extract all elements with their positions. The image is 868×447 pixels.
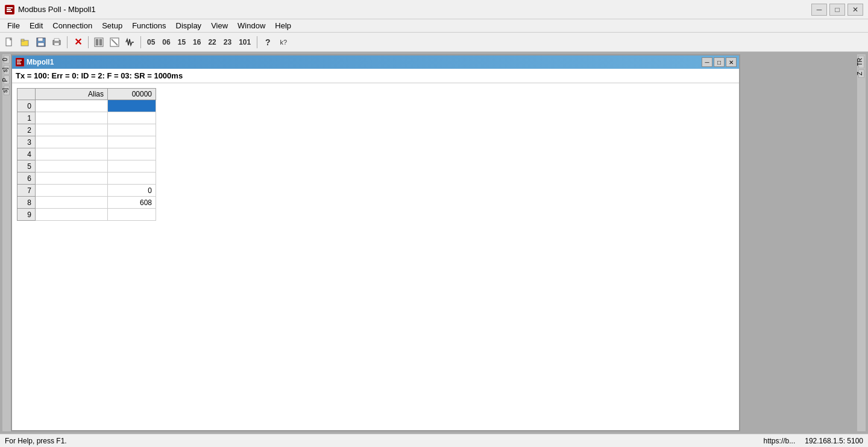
status-connection: 192.168.1.5: 5100 bbox=[805, 437, 863, 445]
value-cell-3[interactable] bbox=[108, 136, 156, 148]
side-tab-s[interactable]: s] bbox=[4, 65, 10, 75]
status-bar: For Help, press F1. https://b... 192.168… bbox=[0, 434, 868, 447]
menu-connection[interactable]: Connection bbox=[48, 19, 97, 32]
value-cell-5[interactable] bbox=[108, 160, 156, 173]
menu-view[interactable]: View bbox=[206, 19, 233, 32]
help-button[interactable]: ? bbox=[260, 35, 275, 49]
right-tabs: TR Z bbox=[857, 54, 866, 431]
mdi-close[interactable]: ✕ bbox=[726, 57, 737, 67]
col-header-rownum bbox=[17, 89, 36, 100]
mdi-minimize[interactable]: ─ bbox=[702, 57, 712, 67]
svg-rect-15 bbox=[99, 39, 102, 45]
svg-rect-9 bbox=[38, 43, 44, 46]
menu-window[interactable]: Window bbox=[233, 19, 270, 32]
value-cell-7[interactable]: 0 bbox=[108, 185, 156, 197]
alias-cell-3 bbox=[36, 136, 108, 148]
toolbar: ✕ 05 06 15 16 22 23 101 ? k? bbox=[0, 33, 868, 52]
row-num-4: 4 bbox=[17, 148, 36, 160]
value-cell-2[interactable] bbox=[108, 124, 156, 136]
delete-button[interactable]: ✕ bbox=[71, 35, 85, 49]
help-alt-button[interactable]: k? bbox=[276, 35, 291, 49]
svg-rect-19 bbox=[17, 60, 22, 61]
alias-cell-7 bbox=[36, 185, 108, 197]
svg-rect-6 bbox=[21, 39, 24, 41]
alias-cell-2 bbox=[36, 124, 108, 136]
alias-cell-5 bbox=[36, 160, 108, 173]
menu-file[interactable]: File bbox=[2, 19, 25, 32]
menu-edit[interactable]: Edit bbox=[25, 19, 48, 32]
side-tab-0[interactable]: 0 bbox=[4, 55, 10, 64]
right-area bbox=[740, 54, 857, 431]
main-content: 0 s] P s] Mbpoll1 ─ □ bbox=[0, 52, 868, 434]
row-num-8: 8 bbox=[17, 197, 36, 209]
separator-3 bbox=[140, 36, 141, 48]
title-bar: Modbus Poll - Mbpoll1 ─ □ ✕ bbox=[0, 0, 868, 19]
mdi-title: Mbpoll1 bbox=[27, 58, 54, 66]
mdi-icon bbox=[16, 58, 24, 66]
row-num-6: 6 bbox=[17, 173, 36, 185]
connect-button[interactable] bbox=[92, 35, 106, 49]
mdi-window: Mbpoll1 ─ □ ✕ Tx = 100: Err = 0: ID = 2:… bbox=[11, 54, 740, 431]
svg-rect-14 bbox=[96, 39, 98, 45]
func-15[interactable]: 15 bbox=[175, 35, 189, 49]
value-cell-8[interactable]: 608 bbox=[108, 197, 156, 209]
close-button[interactable]: ✕ bbox=[848, 4, 863, 16]
menu-display[interactable]: Display bbox=[171, 19, 207, 32]
value-cell-6[interactable] bbox=[108, 173, 156, 185]
save-button[interactable] bbox=[34, 35, 48, 49]
svg-rect-20 bbox=[17, 62, 20, 63]
svg-rect-1 bbox=[7, 7, 13, 8]
disconnect-button[interactable] bbox=[107, 35, 122, 49]
status-url: https://b... bbox=[764, 437, 796, 445]
mdi-status-text: Tx = 100: Err = 0: ID = 2: F = 03: SR = … bbox=[12, 69, 739, 83]
value-cell-1[interactable] bbox=[108, 112, 156, 124]
mdi-title-bar: Mbpoll1 ─ □ ✕ bbox=[12, 55, 739, 69]
alias-cell-9 bbox=[36, 209, 108, 221]
row-num-3: 3 bbox=[17, 136, 36, 148]
separator-4 bbox=[257, 36, 257, 48]
svg-rect-3 bbox=[7, 11, 12, 12]
side-tab-p[interactable]: P bbox=[4, 75, 10, 84]
table-container[interactable]: Alias 00000 01234567086089 bbox=[12, 83, 739, 430]
row-num-2: 2 bbox=[17, 124, 36, 136]
row-num-0: 0 bbox=[17, 100, 36, 112]
svg-rect-2 bbox=[7, 9, 11, 10]
func-05[interactable]: 05 bbox=[144, 35, 158, 49]
value-cell-0[interactable] bbox=[108, 100, 156, 112]
func-101[interactable]: 101 bbox=[236, 35, 254, 49]
menu-help[interactable]: Help bbox=[270, 19, 296, 32]
right-tab-z[interactable]: Z bbox=[858, 69, 864, 78]
data-table: Alias 00000 01234567086089 bbox=[17, 88, 156, 221]
maximize-button[interactable]: □ bbox=[829, 4, 845, 16]
value-cell-4[interactable] bbox=[108, 148, 156, 160]
value-cell-9[interactable] bbox=[108, 209, 156, 221]
func-23[interactable]: 23 bbox=[221, 35, 234, 49]
svg-rect-21 bbox=[17, 63, 21, 65]
side-tab-s2[interactable]: s] bbox=[4, 86, 10, 95]
alias-cell-0 bbox=[36, 100, 108, 112]
separator-2 bbox=[88, 36, 89, 48]
print-button[interactable] bbox=[49, 35, 64, 49]
row-num-9: 9 bbox=[17, 209, 36, 221]
alias-cell-1 bbox=[36, 112, 108, 124]
window-controls: ─ □ ✕ bbox=[811, 4, 863, 16]
separator-1 bbox=[67, 36, 68, 48]
svg-rect-12 bbox=[54, 43, 59, 45]
minimize-button[interactable]: ─ bbox=[811, 4, 827, 16]
menu-setup[interactable]: Setup bbox=[97, 19, 127, 32]
mdi-maximize[interactable]: □ bbox=[714, 57, 725, 67]
func-06[interactable]: 06 bbox=[159, 35, 173, 49]
svg-rect-8 bbox=[38, 38, 43, 41]
menu-bar: File Edit Connection Setup Functions Dis… bbox=[0, 19, 868, 33]
poll-button[interactable] bbox=[123, 35, 137, 49]
col-header-value: 00000 bbox=[108, 89, 156, 100]
mdi-controls: ─ □ ✕ bbox=[702, 57, 737, 67]
open-button[interactable] bbox=[18, 35, 33, 49]
alias-cell-6 bbox=[36, 173, 108, 185]
app-icon bbox=[5, 5, 14, 14]
func-22[interactable]: 22 bbox=[205, 35, 219, 49]
right-tab-tr[interactable]: TR bbox=[858, 55, 864, 68]
menu-functions[interactable]: Functions bbox=[127, 19, 171, 32]
new-button[interactable] bbox=[2, 35, 17, 49]
func-16[interactable]: 16 bbox=[190, 35, 204, 49]
